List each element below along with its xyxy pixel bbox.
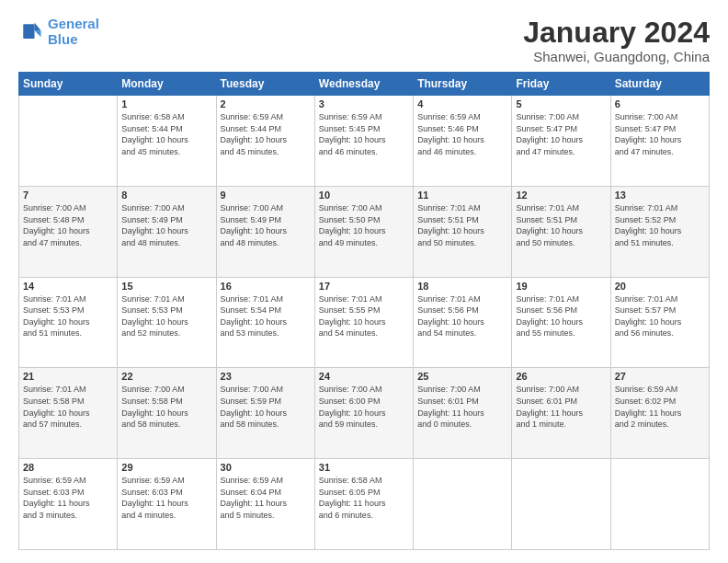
day-cell: 16Sunrise: 7:01 AM Sunset: 5:54 PM Dayli…	[216, 277, 314, 368]
page: General Blue January 2024 Shanwei, Guang…	[0, 0, 728, 563]
day-cell: 18Sunrise: 7:01 AM Sunset: 5:56 PM Dayli…	[414, 277, 512, 368]
day-number: 7	[23, 190, 113, 201]
day-detail: Sunrise: 6:58 AM Sunset: 6:05 PM Dayligh…	[319, 475, 409, 521]
day-cell: 17Sunrise: 7:01 AM Sunset: 5:55 PM Dayli…	[314, 277, 413, 368]
day-number: 23	[221, 371, 311, 382]
day-cell: 24Sunrise: 7:00 AM Sunset: 6:00 PM Dayli…	[314, 368, 413, 459]
day-detail: Sunrise: 7:00 AM Sunset: 5:59 PM Dayligh…	[221, 384, 311, 430]
day-detail: Sunrise: 7:00 AM Sunset: 5:47 PM Dayligh…	[516, 111, 606, 157]
week-row-2: 7Sunrise: 7:00 AM Sunset: 5:48 PM Daylig…	[19, 186, 710, 277]
day-cell: 4Sunrise: 6:59 AM Sunset: 5:46 PM Daylig…	[414, 96, 512, 187]
col-thursday: Thursday	[414, 73, 512, 96]
header: General Blue January 2024 Shanwei, Guang…	[18, 17, 710, 64]
svg-marker-1	[35, 30, 41, 37]
day-detail: Sunrise: 7:01 AM Sunset: 5:56 PM Dayligh…	[516, 293, 606, 339]
day-detail: Sunrise: 6:59 AM Sunset: 5:46 PM Dayligh…	[417, 111, 507, 157]
calendar-table: Sunday Monday Tuesday Wednesday Thursday…	[18, 72, 710, 550]
day-detail: Sunrise: 7:01 AM Sunset: 5:51 PM Dayligh…	[417, 202, 507, 248]
day-cell: 28Sunrise: 6:59 AM Sunset: 6:03 PM Dayli…	[19, 459, 118, 550]
day-cell: 19Sunrise: 7:01 AM Sunset: 5:56 PM Dayli…	[512, 277, 610, 368]
day-detail: Sunrise: 7:01 AM Sunset: 5:54 PM Dayligh…	[221, 293, 311, 339]
day-number: 2	[221, 98, 311, 109]
week-row-3: 14Sunrise: 7:01 AM Sunset: 5:53 PM Dayli…	[19, 277, 710, 368]
day-number: 28	[23, 462, 113, 473]
day-number: 17	[319, 281, 409, 292]
day-cell: 3Sunrise: 6:59 AM Sunset: 5:45 PM Daylig…	[314, 96, 413, 187]
day-cell	[610, 459, 709, 550]
day-detail: Sunrise: 7:00 AM Sunset: 6:00 PM Dayligh…	[319, 384, 409, 430]
day-number: 13	[615, 190, 705, 201]
day-cell: 12Sunrise: 7:01 AM Sunset: 5:51 PM Dayli…	[512, 186, 610, 277]
day-detail: Sunrise: 7:01 AM Sunset: 5:53 PM Dayligh…	[23, 293, 113, 339]
day-detail: Sunrise: 7:00 AM Sunset: 5:49 PM Dayligh…	[221, 202, 311, 248]
day-cell: 20Sunrise: 7:01 AM Sunset: 5:57 PM Dayli…	[610, 277, 709, 368]
day-cell: 6Sunrise: 7:00 AM Sunset: 5:47 PM Daylig…	[610, 96, 709, 187]
day-cell: 11Sunrise: 7:01 AM Sunset: 5:51 PM Dayli…	[414, 186, 512, 277]
day-cell: 2Sunrise: 6:59 AM Sunset: 5:44 PM Daylig…	[216, 96, 314, 187]
day-detail: Sunrise: 7:01 AM Sunset: 5:53 PM Dayligh…	[121, 293, 211, 339]
day-cell: 27Sunrise: 6:59 AM Sunset: 6:02 PM Dayli…	[610, 368, 709, 459]
day-number: 24	[319, 371, 409, 382]
day-detail: Sunrise: 6:59 AM Sunset: 6:03 PM Dayligh…	[23, 475, 113, 521]
week-row-1: 1Sunrise: 6:58 AM Sunset: 5:44 PM Daylig…	[19, 96, 710, 187]
week-row-5: 28Sunrise: 6:59 AM Sunset: 6:03 PM Dayli…	[19, 459, 710, 550]
day-cell: 21Sunrise: 7:01 AM Sunset: 5:58 PM Dayli…	[19, 368, 118, 459]
day-cell: 13Sunrise: 7:01 AM Sunset: 5:52 PM Dayli…	[610, 186, 709, 277]
day-cell: 10Sunrise: 7:00 AM Sunset: 5:50 PM Dayli…	[314, 186, 413, 277]
day-cell: 15Sunrise: 7:01 AM Sunset: 5:53 PM Dayli…	[118, 277, 216, 368]
day-cell: 25Sunrise: 7:00 AM Sunset: 6:01 PM Dayli…	[414, 368, 512, 459]
day-detail: Sunrise: 7:01 AM Sunset: 5:57 PM Dayligh…	[615, 293, 705, 339]
day-number: 8	[121, 190, 211, 201]
day-number: 27	[615, 371, 705, 382]
day-detail: Sunrise: 6:58 AM Sunset: 5:44 PM Dayligh…	[121, 111, 211, 157]
day-cell: 31Sunrise: 6:58 AM Sunset: 6:05 PM Dayli…	[314, 459, 413, 550]
title-block: January 2024 Shanwei, Guangdong, China	[523, 17, 710, 64]
day-detail: Sunrise: 7:00 AM Sunset: 5:48 PM Dayligh…	[23, 202, 113, 248]
day-cell	[19, 96, 118, 187]
day-detail: Sunrise: 7:01 AM Sunset: 5:51 PM Dayligh…	[516, 202, 606, 248]
day-number: 14	[23, 281, 113, 292]
col-sunday: Sunday	[19, 73, 118, 96]
calendar-title: January 2024	[523, 17, 710, 49]
day-cell: 22Sunrise: 7:00 AM Sunset: 5:58 PM Dayli…	[118, 368, 216, 459]
day-cell: 1Sunrise: 6:58 AM Sunset: 5:44 PM Daylig…	[118, 96, 216, 187]
col-wednesday: Wednesday	[314, 73, 413, 96]
day-detail: Sunrise: 7:00 AM Sunset: 6:01 PM Dayligh…	[417, 384, 507, 430]
day-detail: Sunrise: 7:01 AM Sunset: 5:52 PM Dayligh…	[615, 202, 705, 248]
col-friday: Friday	[512, 73, 610, 96]
day-detail: Sunrise: 7:01 AM Sunset: 5:55 PM Dayligh…	[319, 293, 409, 339]
day-cell: 7Sunrise: 7:00 AM Sunset: 5:48 PM Daylig…	[19, 186, 118, 277]
day-cell: 29Sunrise: 6:59 AM Sunset: 6:03 PM Dayli…	[118, 459, 216, 550]
header-row: Sunday Monday Tuesday Wednesday Thursday…	[19, 73, 710, 96]
day-number: 20	[615, 281, 705, 292]
day-detail: Sunrise: 7:00 AM Sunset: 5:50 PM Dayligh…	[319, 202, 409, 248]
day-number: 6	[615, 98, 705, 109]
day-detail: Sunrise: 7:00 AM Sunset: 5:47 PM Dayligh…	[615, 111, 705, 157]
day-detail: Sunrise: 6:59 AM Sunset: 5:45 PM Dayligh…	[319, 111, 409, 157]
day-detail: Sunrise: 6:59 AM Sunset: 6:04 PM Dayligh…	[221, 475, 311, 521]
day-number: 5	[516, 98, 606, 109]
day-detail: Sunrise: 7:00 AM Sunset: 6:01 PM Dayligh…	[516, 384, 606, 430]
logo-text: General Blue	[48, 17, 99, 47]
day-cell: 5Sunrise: 7:00 AM Sunset: 5:47 PM Daylig…	[512, 96, 610, 187]
day-cell: 14Sunrise: 7:01 AM Sunset: 5:53 PM Dayli…	[19, 277, 118, 368]
logo-line1: General	[48, 16, 99, 31]
logo-icon	[18, 19, 44, 45]
day-cell	[414, 459, 512, 550]
calendar-subtitle: Shanwei, Guangdong, China	[523, 49, 710, 64]
day-detail: Sunrise: 6:59 AM Sunset: 6:02 PM Dayligh…	[615, 384, 705, 430]
day-number: 15	[121, 281, 211, 292]
day-number: 1	[121, 98, 211, 109]
day-number: 16	[221, 281, 311, 292]
day-number: 11	[417, 190, 507, 201]
day-cell: 23Sunrise: 7:00 AM Sunset: 5:59 PM Dayli…	[216, 368, 314, 459]
col-tuesday: Tuesday	[216, 73, 314, 96]
day-cell: 8Sunrise: 7:00 AM Sunset: 5:49 PM Daylig…	[118, 186, 216, 277]
day-number: 19	[516, 281, 606, 292]
day-number: 30	[221, 462, 311, 473]
day-cell: 30Sunrise: 6:59 AM Sunset: 6:04 PM Dayli…	[216, 459, 314, 550]
day-number: 4	[417, 98, 507, 109]
col-monday: Monday	[118, 73, 216, 96]
day-detail: Sunrise: 6:59 AM Sunset: 5:44 PM Dayligh…	[221, 111, 311, 157]
week-row-4: 21Sunrise: 7:01 AM Sunset: 5:58 PM Dayli…	[19, 368, 710, 459]
